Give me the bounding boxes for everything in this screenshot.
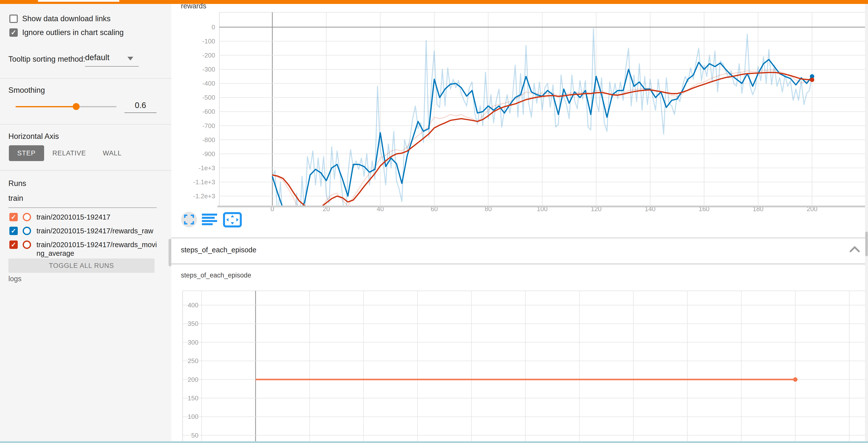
y-tick-label: -900 xyxy=(202,150,215,158)
y-tick-label: -100 xyxy=(202,37,215,45)
horizontal-axis-label: Horizontal Axis xyxy=(8,132,59,141)
fit-domain-icon[interactable] xyxy=(223,212,242,228)
run-row[interactable]: ✓ train/20201015-192417/rewards_raw xyxy=(9,227,153,235)
y-tick-label: -200 xyxy=(202,52,215,59)
scrollbar-thumb[interactable] xyxy=(865,232,868,256)
y-tick-label: 250 xyxy=(188,357,198,364)
smoothing-slider[interactable] xyxy=(16,105,117,109)
y-tick-label: 300 xyxy=(188,339,198,346)
checkbox-label: Show data download links xyxy=(22,14,111,23)
horizontal-axis-button-group: STEP RELATIVE WALL xyxy=(9,145,130,161)
chevron-down-icon xyxy=(127,57,133,60)
steps-card: steps_of_each_episode 400350300250200150… xyxy=(171,265,867,443)
toggle-all-runs-button[interactable]: TOGGLE ALL RUNS xyxy=(8,259,155,273)
series-end-dot xyxy=(810,78,814,82)
runs-label: Runs xyxy=(8,179,26,188)
y-tick-label: -1.2e+3 xyxy=(193,193,215,200)
axis-wall-button[interactable]: WALL xyxy=(94,145,130,161)
series-end-dot xyxy=(793,377,798,382)
logs-label: logs xyxy=(8,275,22,283)
y-tick-label: 200 xyxy=(188,376,198,383)
header-bar xyxy=(0,0,868,4)
run-checkbox[interactable]: ✓ xyxy=(9,227,18,235)
divider xyxy=(0,170,171,171)
y-tick-label: -400 xyxy=(202,80,215,87)
scrollbar-track[interactable] xyxy=(865,4,868,443)
main-content: rewards 0-100-200-300-400-500-600-700-80… xyxy=(171,4,868,443)
input-underline xyxy=(8,207,157,208)
y-tick-label: 400 xyxy=(188,301,198,309)
chevron-up-icon[interactable] xyxy=(848,245,861,253)
tensorboard-page: Show data download links ✓ Ignore outlie… xyxy=(0,0,868,443)
y-tick-label: -1e+3 xyxy=(199,164,215,172)
show-data-download-links-checkbox[interactable] xyxy=(9,14,18,23)
input-underline xyxy=(124,113,156,113)
log-scale-icon[interactable] xyxy=(202,214,217,226)
y-tick-label: -500 xyxy=(202,94,215,101)
smoothing-label: Smoothing xyxy=(8,86,45,95)
show-data-download-links-row[interactable]: Show data download links xyxy=(9,14,111,23)
expand-button[interactable] xyxy=(181,212,197,228)
run-radio[interactable] xyxy=(23,213,31,221)
run-radio[interactable] xyxy=(23,227,31,235)
run-row[interactable]: ✓ train/20201015-192417/rewards_moving_a… xyxy=(9,240,160,258)
run-label: train/20201015-192417/rewards_raw xyxy=(36,227,153,235)
section-title: steps_of_each_episode xyxy=(181,246,256,254)
chart-toolbar xyxy=(181,212,255,231)
y-tick-label: -1.1e+3 xyxy=(193,178,215,186)
y-tick-label: 0 xyxy=(212,24,215,31)
tooltip-sorting-value: default xyxy=(85,53,110,62)
checkbox-label: Ignore outliers in chart scaling xyxy=(22,28,124,37)
y-tick-label: -300 xyxy=(202,66,215,73)
run-row[interactable]: ✓ train/20201015-192417 xyxy=(9,213,111,222)
slider-thumb[interactable] xyxy=(73,103,80,110)
run-label: train/20201015-192417/rewards_moving_ave… xyxy=(36,240,160,258)
steps-chart[interactable]: 40035030025020015010050 xyxy=(171,265,867,443)
sidebar: Show data download links ✓ Ignore outlie… xyxy=(0,4,171,443)
steps-section-header[interactable]: steps_of_each_episode xyxy=(171,238,867,263)
divider xyxy=(0,124,171,124)
run-label: train/20201015-192417 xyxy=(36,213,111,222)
tooltip-sorting-label: Tooltip sorting method: xyxy=(8,55,85,64)
run-filter-input[interactable]: train xyxy=(8,194,157,203)
y-tick-label: 150 xyxy=(188,394,198,402)
smoothing-value-input[interactable]: 0.6 xyxy=(124,101,156,110)
ignore-outliers-checkbox[interactable]: ✓ xyxy=(9,28,18,37)
select-underline xyxy=(85,66,139,67)
tooltip-sorting-select[interactable]: default xyxy=(85,53,139,62)
run-checkbox[interactable]: ✓ xyxy=(9,213,18,221)
axis-relative-button[interactable]: RELATIVE xyxy=(44,145,95,161)
ignore-outliers-row[interactable]: ✓ Ignore outliers in chart scaling xyxy=(9,28,124,37)
run-checkbox[interactable]: ✓ xyxy=(9,240,18,249)
slider-fill xyxy=(16,106,76,107)
active-tab-underline xyxy=(38,0,119,2)
bottom-edge-band xyxy=(0,441,868,443)
y-tick-label: 100 xyxy=(188,413,198,420)
run-radio[interactable] xyxy=(23,240,31,249)
y-tick-label: -600 xyxy=(202,108,215,115)
y-tick-label: -700 xyxy=(202,122,215,129)
y-tick-label: 50 xyxy=(191,432,198,439)
expand-icon xyxy=(184,215,194,225)
rewards-card: rewards 0-100-200-300-400-500-600-700-80… xyxy=(171,4,867,237)
axis-step-button[interactable]: STEP xyxy=(9,145,44,161)
y-tick-label: 350 xyxy=(188,320,198,327)
divider xyxy=(0,78,171,79)
y-tick-label: -800 xyxy=(202,136,215,144)
rewards-chart[interactable]: 0-100-200-300-400-500-600-700-800-900-1e… xyxy=(171,4,867,237)
